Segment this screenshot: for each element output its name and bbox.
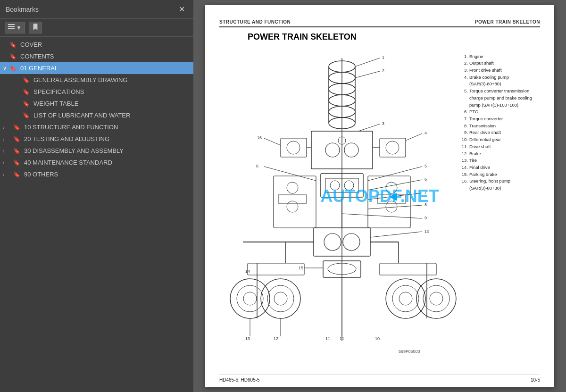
sidebar-item-general-assembly[interactable]: 🔖 GENERAL ASSEMBLY DRAWING [0, 74, 193, 86]
legend-num: 9. [458, 129, 468, 136]
bookmark-icon-20: 🔖 [13, 136, 20, 142]
svg-point-79 [416, 279, 456, 318]
sidebar-item-specifications-label: SPECIFICATIONS [33, 88, 84, 95]
sidebar-item-weight-table[interactable]: 🔖 WEIGHT TABLE [0, 98, 193, 109]
sidebar: Bookmarks ✕ ▼ 🔖 COVER 🔖 CONTENTS [0, 0, 193, 392]
sidebar-item-90-others[interactable]: › 🔖 90 OTHERS [0, 168, 193, 180]
svg-point-43 [386, 201, 397, 212]
nav-arrow-left[interactable]: ◀ [389, 190, 397, 202]
sidebar-item-90-label: 90 OTHERS [24, 171, 58, 178]
bookmark-icon-lubricant: 🔖 [23, 112, 30, 119]
legend-num: 7. [458, 116, 468, 123]
legend-num: 4. [458, 74, 468, 88]
legend-item: 9.Rear drive shaft [458, 129, 540, 136]
svg-point-70 [230, 279, 270, 318]
legend-text: Output shaft [469, 60, 494, 67]
bookmark-icon-contents: 🔖 [9, 53, 17, 60]
svg-rect-0 [8, 24, 15, 25]
svg-point-19 [344, 143, 358, 157]
bookmark-icon-40: 🔖 [13, 159, 20, 166]
sidebar-item-contents[interactable]: 🔖 CONTENTS [0, 50, 193, 62]
sidebar-item-01-general[interactable]: ∨ 🔖 01 GENERAL [0, 62, 193, 74]
legend-item: 1.Engine [458, 53, 540, 60]
bookmark-icon-30: 🔖 [13, 148, 20, 154]
expand-arrow-40: › [3, 160, 5, 166]
legend-num: 16. [458, 178, 468, 192]
page-container: STRUCTURE AND FUNCTION POWER TRAIN SKELE… [205, 5, 554, 387]
svg-point-18 [325, 143, 340, 157]
sidebar-item-cover-label: COVER [20, 41, 42, 48]
svg-line-51 [368, 205, 422, 209]
header-right: POWER TRAIN SKELETON [475, 19, 540, 25]
svg-rect-3 [8, 30, 11, 30]
sidebar-item-specifications[interactable]: 🔖 SPECIFICATIONS [0, 86, 193, 98]
svg-point-59 [324, 234, 341, 250]
sidebar-item-40-maintenance[interactable]: › 🔖 40 MAINTENANCE STANDARD [0, 157, 193, 168]
legend-text: Rear drive shaft [469, 129, 501, 136]
close-icon: ✕ [179, 5, 185, 13]
footer-model: HD465-5, HD605-5 [219, 377, 260, 383]
svg-text:16: 16 [257, 135, 262, 140]
svg-text:15: 15 [299, 266, 303, 270]
legend-item: 12.Brake [458, 150, 540, 158]
bookmark-icon-10: 🔖 [13, 124, 20, 131]
svg-point-22 [287, 141, 300, 154]
sidebar-item-lubricant[interactable]: 🔖 LIST OF LUBRICANT AND WATER [0, 109, 193, 121]
legend-num: 3. [458, 67, 468, 74]
svg-rect-83 [380, 263, 436, 275]
svg-line-29 [358, 124, 380, 131]
legend-num: 13. [458, 157, 468, 164]
svg-text:1: 1 [382, 55, 384, 60]
svg-text:10: 10 [424, 229, 429, 234]
legend-num: 5. [458, 88, 468, 108]
legend-item: 6.PTO [458, 108, 540, 116]
bookmarks-list: 🔖 COVER 🔖 CONTENTS ∨ 🔖 01 GENERAL 🔖 GENE… [0, 37, 193, 392]
sidebar-title: Bookmarks [6, 6, 39, 13]
expand-all-button[interactable]: ▼ [5, 22, 25, 33]
svg-text:10: 10 [375, 336, 380, 341]
dropdown-arrow: ▼ [16, 25, 22, 31]
sidebar-item-30-disassembly[interactable]: › 🔖 30 DISASSEMBLY AND ASSEMBLY [0, 145, 193, 157]
svg-rect-82 [248, 263, 304, 275]
sidebar-item-20-testing[interactable]: › 🔖 20 TESTING AND ADJUSTING [0, 133, 193, 145]
sidebar-item-10-structure[interactable]: › 🔖 10 STRUCTURE AND FUNCTION [0, 121, 193, 133]
legend-item: 11.Drive shaft [458, 143, 540, 150]
legend-item: 2.Output shaft [458, 60, 540, 67]
legend-num: 12. [458, 150, 468, 158]
header-left: STRUCTURE AND FUNCTION [219, 19, 291, 25]
close-button[interactable]: ✕ [176, 4, 188, 15]
legend-item: 10.Differential gear [458, 136, 540, 143]
svg-point-60 [343, 234, 360, 250]
sidebar-item-20-label: 20 TESTING AND ADJUSTING [24, 135, 109, 142]
legend-item: 5.Torque converter transmission charge p… [458, 88, 540, 108]
legend-text: Tire [469, 157, 477, 164]
legend: 1.Engine2.Output shaft3.Front drive shaf… [458, 53, 540, 192]
sidebar-item-30-label: 30 DISASSEMBLY AND ASSEMBLY [24, 147, 124, 154]
legend-text: Steering, hoist pump (SAR(3)-80+80) [469, 178, 540, 192]
footer-page: 10-5 [531, 377, 540, 383]
svg-point-36 [344, 181, 354, 190]
power-train-diagram: 1 2 [219, 49, 469, 360]
legend-item: 13.Tire [458, 157, 540, 164]
svg-line-47 [368, 180, 422, 190]
legend-num: 10. [458, 136, 468, 143]
svg-point-39 [287, 201, 298, 212]
svg-point-38 [287, 182, 298, 193]
legend-num: 14. [458, 164, 468, 171]
svg-text:7: 7 [424, 190, 427, 195]
bookmark-icon-90: 🔖 [13, 171, 20, 178]
legend-num: 6. [458, 108, 468, 116]
diagram-svg: 1 2 [219, 49, 540, 360]
sidebar-item-cover[interactable]: 🔖 COVER [0, 39, 193, 50]
svg-rect-37 [274, 176, 316, 228]
bookmark-icon-01-general: 🔖 [9, 65, 17, 72]
legend-item: 4.Brake cooling pump (SAR(3)-80+80) [458, 74, 540, 88]
bookmark-view-button[interactable] [29, 22, 42, 33]
bookmark-icon-general-assembly: 🔖 [23, 77, 30, 83]
expand-arrow-20: › [3, 136, 5, 142]
bookmark-icon-specifications: 🔖 [23, 89, 30, 95]
legend-text: Torque converter transmission charge pum… [469, 88, 540, 108]
svg-line-13 [355, 58, 380, 67]
svg-text:9: 9 [424, 216, 427, 220]
svg-line-27 [264, 138, 281, 145]
